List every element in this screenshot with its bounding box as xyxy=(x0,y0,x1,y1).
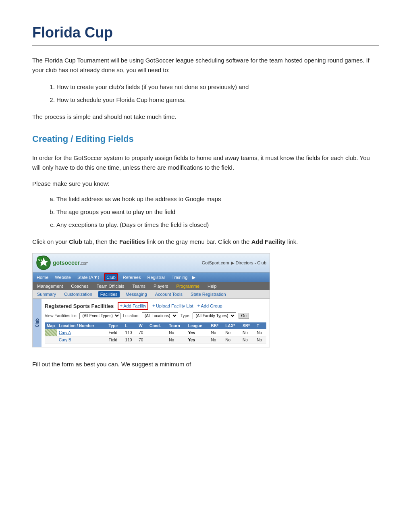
cell-type: Field xyxy=(106,329,123,337)
upload-facility-icon: + xyxy=(152,303,155,309)
cell-bb: No xyxy=(209,337,224,344)
cell-league: Yes xyxy=(186,329,209,337)
list-item-2: How to schedule your Florida Cup home ga… xyxy=(56,95,379,105)
subnav2-state-reg[interactable]: State Registration xyxy=(189,291,228,297)
col-type: Type xyxy=(106,322,123,329)
col-t: T xyxy=(255,322,266,329)
add-group-label: Add Group xyxy=(201,303,222,308)
subnav-coaches[interactable]: Coaches xyxy=(69,283,90,289)
process-text: The process is simple and should not tak… xyxy=(32,112,379,122)
col-map: Map xyxy=(45,322,57,329)
location-link[interactable]: Cary B xyxy=(59,338,71,342)
cell-sb: No xyxy=(241,329,255,337)
cell-league: Yes xyxy=(186,337,209,344)
subnav1: Management Coaches Team Officials Teams … xyxy=(33,282,270,290)
add-facility-icon: + xyxy=(120,303,122,309)
cell-t: No xyxy=(255,329,266,337)
list-item-1: How to create your club's fields (if you… xyxy=(56,82,379,92)
cell-map xyxy=(45,329,57,337)
cell-cond xyxy=(147,329,167,337)
nav-state[interactable]: State (A▼) xyxy=(76,274,101,281)
col-w: W xyxy=(137,322,147,329)
col-tourn: Tourn xyxy=(167,322,186,329)
title-divider xyxy=(32,45,379,46)
numbered-list: How to create your club's fields (if you… xyxy=(56,82,379,105)
nav-referees[interactable]: Referees xyxy=(121,274,143,281)
content-area: Club Registered Sports Facilities + Add … xyxy=(33,299,270,347)
cell-length: 110 xyxy=(123,337,137,344)
section2-para1: In order for the GotSoccer system to pro… xyxy=(32,153,379,172)
subnav2-summary[interactable]: Summary xyxy=(35,291,58,297)
cell-cond xyxy=(147,337,167,344)
table-row: Cary BField11070NoYesNoNoNoNo xyxy=(45,337,266,344)
gotsoccer-logo-icon: GS xyxy=(36,255,51,270)
subnav-players[interactable]: Players xyxy=(152,283,170,289)
nav-registrar[interactable]: Registrar xyxy=(145,274,167,281)
col-league: League xyxy=(186,322,209,329)
breadcrumb-arrow: ▶ xyxy=(231,260,234,266)
table-row: Cary AField11070NoYesNoNoNoNo xyxy=(45,329,266,337)
facilities-title: Registered Sports Facilities xyxy=(45,303,114,309)
intro-paragraph: The Florida Cup Tournament will be using… xyxy=(32,56,379,75)
col-l: L xyxy=(123,322,137,329)
nav-website[interactable]: Website xyxy=(53,274,73,281)
cell-t: No xyxy=(255,337,266,344)
subnav2-facilities[interactable]: Facilities xyxy=(98,291,120,297)
facilities-table: Map Location / Number Type L W Cond. Tou… xyxy=(45,322,266,344)
add-group-button[interactable]: + Add Group xyxy=(197,303,222,309)
breadcrumb-site: GotSport.com xyxy=(202,260,229,265)
add-facility-button[interactable]: + Add Facility xyxy=(118,302,148,310)
type-select[interactable]: (All Facility Types) xyxy=(193,312,236,319)
subnav2-customization[interactable]: Customization xyxy=(62,291,94,297)
col-location: Location / Number xyxy=(57,322,106,329)
section2-heading: Creating / Editing Fields xyxy=(32,134,379,144)
location-label: Location: xyxy=(123,314,139,318)
cell-location: Cary A xyxy=(57,329,106,337)
go-button[interactable]: Go xyxy=(239,313,249,319)
location-select[interactable]: (All Locations) xyxy=(142,312,178,319)
subnav-programme[interactable]: Programme xyxy=(174,283,201,289)
col-bb: BB* xyxy=(209,322,224,329)
cell-width: 70 xyxy=(137,337,147,344)
upload-facility-button[interactable]: + Upload Facility List xyxy=(152,303,193,309)
subnav-team-officials[interactable]: Team Officials xyxy=(95,283,127,289)
subnav-management[interactable]: Management xyxy=(35,283,65,289)
location-link[interactable]: Cary A xyxy=(59,330,71,335)
logo: GS gotsoccer.com xyxy=(36,255,89,270)
type-label: Type: xyxy=(181,314,190,318)
cell-tourn: No xyxy=(167,329,186,337)
sidebar-club-label: Club xyxy=(33,299,42,347)
screenshot-topbar: GS gotsoccer.com GotSport.com ▶ Director… xyxy=(33,254,270,272)
fill-out-text: Fill out the form as best you can. We su… xyxy=(32,360,379,369)
facilities-header: Registered Sports Facilities + Add Facil… xyxy=(45,302,266,310)
cell-sb: No xyxy=(241,337,255,344)
alpha-item-a: The field address as we hook up the addr… xyxy=(56,194,379,204)
subnav2-account-tools[interactable]: Account Tools xyxy=(153,291,185,297)
table-header-row: Map Location / Number Type L W Cond. Tou… xyxy=(45,322,266,329)
add-facility-label: Add Facility xyxy=(123,303,146,308)
alpha-item-c: Any exceptions to play. (Days or times t… xyxy=(56,220,379,230)
subnav2-messaging[interactable]: Messaging xyxy=(124,291,149,297)
breadcrumb: GotSport.com ▶ Directors - Club xyxy=(202,260,266,266)
col-cond: Cond. xyxy=(147,322,167,329)
breadcrumb-section: Directors - Club xyxy=(236,260,266,265)
page-title: Florida Cup xyxy=(32,24,379,41)
nav-training[interactable]: Training xyxy=(170,274,189,281)
cell-lax: No xyxy=(223,337,241,344)
view-select[interactable]: (All Event Types) xyxy=(79,312,120,319)
col-sb: SB* xyxy=(241,322,255,329)
subnav2: Summary Customization Facilities Messagi… xyxy=(33,290,270,299)
cell-type: Field xyxy=(106,337,123,344)
main-nav: Home Website State (A▼) Club Referees Re… xyxy=(33,272,270,282)
alpha-list: The field address as we hook up the addr… xyxy=(56,194,379,230)
screenshot: GS gotsoccer.com GotSport.com ▶ Director… xyxy=(32,253,270,347)
nav-home[interactable]: Home xyxy=(35,274,50,281)
view-label: View Facilities for: xyxy=(45,314,77,318)
nav-club[interactable]: Club xyxy=(104,273,118,281)
cell-bb: No xyxy=(209,329,224,337)
subnav-teams[interactable]: Teams xyxy=(131,283,147,289)
col-lax: LAX* xyxy=(223,322,241,329)
cell-length: 110 xyxy=(123,329,137,337)
add-group-icon: + xyxy=(197,303,200,309)
subnav-help[interactable]: Help xyxy=(206,283,219,289)
